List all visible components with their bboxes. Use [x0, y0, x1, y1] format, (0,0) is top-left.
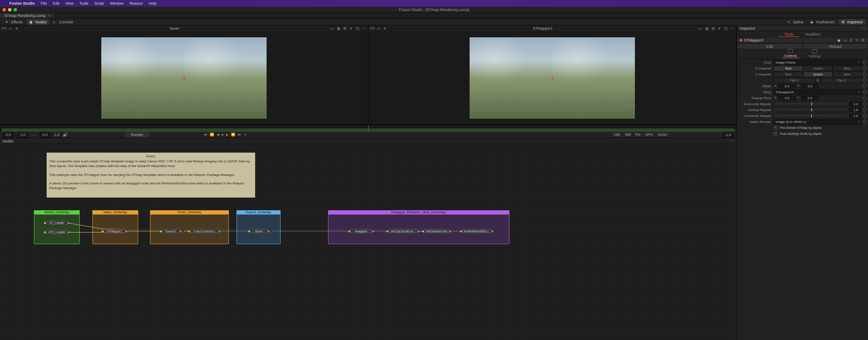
audio-icon[interactable]: 🔊	[63, 133, 67, 137]
menu-reactor[interactable]: Reactor	[129, 1, 143, 6]
tab-tools[interactable]: Tools	[779, 31, 799, 37]
loop-icon[interactable]: ↻	[244, 133, 247, 137]
fit-dropdown[interactable]: Fit	[370, 26, 375, 31]
crep-value[interactable]: 1.0	[849, 114, 862, 118]
crop-select[interactable]: Image Frame	[773, 60, 862, 65]
offset-x[interactable]: 0.5	[779, 84, 796, 89]
range-start[interactable]: 0.0	[3, 132, 14, 138]
view-options-icon[interactable]: ▾	[383, 26, 387, 31]
node-st-loader[interactable]: ST_Loader	[46, 220, 68, 225]
keyframe-icon[interactable]	[862, 113, 867, 118]
keyframe-icon[interactable]	[862, 84, 867, 88]
total-frames[interactable]: 1.0	[723, 132, 734, 138]
node-stmapper[interactable]: STMapper1	[103, 229, 125, 233]
underlay-anaglyph[interactable]: Anaglyph_Reframe_View_Underlay1	[328, 210, 509, 244]
keyframe-icon[interactable]	[862, 107, 867, 112]
edit-button[interactable]: Edit	[737, 43, 803, 49]
snapshot-icon[interactable]: ⊞	[342, 26, 347, 31]
vchannel-segmented[interactable]: RedGreenBlue	[773, 72, 862, 77]
menu-window[interactable]: Window	[110, 1, 123, 6]
timeline[interactable]	[0, 125, 737, 131]
flow-canvas[interactable]: Note1 This composite uses a pre-made STm…	[0, 144, 737, 340]
menu-view[interactable]: View	[65, 1, 73, 6]
hiq-toggle[interactable]: HiQ	[612, 132, 622, 137]
layout-icon[interactable]: ▭	[376, 26, 381, 31]
menu-tools[interactable]: Tools	[79, 1, 88, 6]
reload-button[interactable]: Reload	[803, 43, 868, 49]
lut-icon[interactable]: ▾	[349, 26, 353, 31]
go-end-icon[interactable]: ⏭	[238, 133, 241, 137]
roi-icon[interactable]: ⊡	[355, 26, 360, 31]
playhead[interactable]	[368, 125, 369, 131]
node-reframe[interactable]: kvrReframe360Ul...	[462, 229, 492, 233]
match-select[interactable]: Image (0 to Width-1)	[773, 119, 862, 125]
keyframe-icon[interactable]	[862, 101, 867, 106]
nodes-mode-button[interactable]: ◉Nodes	[27, 19, 49, 25]
step-forward-icon[interactable]: ⏩	[231, 133, 235, 137]
node-jpg-loader[interactable]: JPG_Loader	[46, 230, 68, 234]
range-out[interactable]: 1.0	[17, 132, 29, 138]
lut-icon[interactable]: ▾	[717, 26, 722, 31]
node-saver[interactable]: Saver	[250, 229, 268, 233]
postmult-checkbox[interactable]: ✓	[773, 132, 777, 136]
options-icon[interactable]: ⋯	[362, 26, 366, 31]
subtab-controls[interactable]: Controls	[782, 49, 799, 58]
repeat-pivot-x[interactable]: 0.5	[779, 96, 796, 100]
stereo-icon[interactable]: ◉	[336, 26, 341, 31]
step-back-icon[interactable]: ⏪	[210, 133, 214, 137]
keyframe-icon[interactable]	[862, 60, 867, 64]
prev-key-icon[interactable]: ‹	[32, 133, 33, 137]
versions-icon[interactable]: ▭	[843, 38, 848, 42]
vrep-value[interactable]: 1.0	[849, 108, 862, 112]
stop-icon[interactable]: ■	[222, 133, 224, 137]
repeat-pivot-y[interactable]: 0.5	[801, 96, 818, 100]
lock-icon[interactable]: ✎	[855, 38, 860, 42]
keyframe-icon[interactable]	[862, 78, 867, 82]
effects-mode-button[interactable]: ✦Effects	[3, 19, 25, 25]
underlay-warp[interactable]: Warp_Underlay	[92, 210, 138, 244]
subtab-settings[interactable]: Settings	[806, 49, 823, 58]
mb-toggle[interactable]: MB	[623, 132, 632, 137]
node-gamut[interactable]: Gamut1	[162, 229, 180, 233]
layout-icon[interactable]: ▭	[8, 26, 13, 31]
render-button[interactable]: Render	[125, 132, 150, 138]
aprx-toggle[interactable]: APrx	[644, 132, 654, 137]
node-setcanvas[interactable]: SetCanvasColor	[424, 229, 449, 233]
snapshot-icon[interactable]: ⊞	[711, 26, 715, 31]
subview-icon[interactable]: ▭	[330, 26, 334, 31]
stereo-icon[interactable]: ◉	[704, 26, 709, 31]
sticky-note[interactable]: Note1 This composite uses a pre-made STm…	[47, 153, 255, 198]
vrep-slider[interactable]	[775, 109, 847, 111]
subview-icon[interactable]: ▭	[698, 26, 703, 31]
tab-stmap-rendering[interactable]: STmap Rendering.comp ×	[0, 13, 55, 18]
offset-y[interactable]: 0.5	[801, 84, 818, 89]
go-start-icon[interactable]: ⏮	[204, 133, 207, 137]
underlay-media[interactable]: Media_Underlay	[34, 210, 80, 244]
flip-segmented[interactable]: Flip U✕Flip V	[773, 78, 862, 83]
keyframe-icon[interactable]	[862, 89, 867, 94]
viewer-left-canvas[interactable]	[0, 31, 368, 124]
menu-script[interactable]: Script	[94, 1, 104, 6]
keyframes-mode-button[interactable]: ◆Keyframes	[808, 19, 837, 25]
fit-dropdown[interactable]: Fit	[2, 26, 6, 31]
crep-slider[interactable]	[775, 115, 847, 117]
spline-mode-button[interactable]: ∿Spline	[785, 19, 806, 25]
roi-icon[interactable]: ⊡	[723, 26, 728, 31]
minimize-window-icon[interactable]	[8, 8, 11, 11]
prx-toggle[interactable]: Prx	[634, 132, 642, 137]
next-key-icon[interactable]: ›	[35, 133, 36, 137]
menu-help[interactable]: Help	[149, 1, 157, 6]
nodes-options-icon[interactable]: ⋯	[730, 139, 734, 143]
keyframe-icon[interactable]	[862, 72, 867, 76]
inspector-options-icon[interactable]: ⋯	[862, 26, 865, 31]
app-name[interactable]: Fusion Studio	[9, 1, 35, 6]
viewer-right-canvas[interactable]	[368, 31, 736, 124]
menu-file[interactable]: File	[41, 1, 47, 6]
console-mode-button[interactable]: ⌾Console	[50, 19, 75, 25]
node-colorcorrector[interactable]: ColorCorrector1	[190, 229, 219, 233]
some-toggle[interactable]: Some	[657, 132, 669, 137]
pin-icon[interactable]: ◆	[837, 38, 842, 42]
play-forward-icon[interactable]: ▶	[226, 133, 228, 137]
close-window-icon[interactable]	[3, 8, 6, 11]
hrep-slider[interactable]	[775, 103, 847, 105]
